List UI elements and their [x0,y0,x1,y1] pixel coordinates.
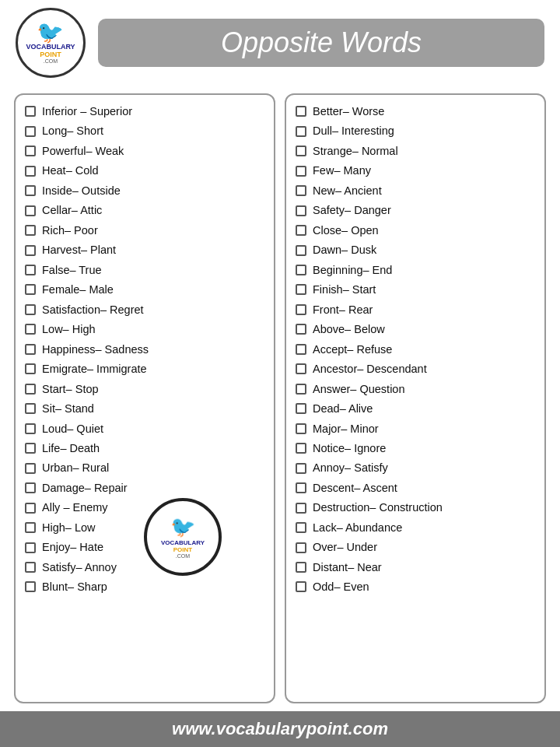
word-pair: Harvest– Plant [42,241,116,258]
checkbox-icon [296,403,306,414]
list-item: Destruction– Construction [296,499,538,516]
checkbox-icon [25,324,36,335]
word-pair: Heat– Cold [42,162,99,179]
word-pair: Start– Stop [42,381,99,398]
checkbox-icon [296,542,306,553]
right-column: Better– WorseDull– InterestingStrange– N… [285,93,546,703]
word-pair: Beginning– End [313,261,392,279]
checkbox-icon [25,126,36,137]
list-item: Heat– Cold [25,162,268,179]
checkbox-icon [296,245,306,256]
word-pair: New– Ancient [313,182,382,199]
checkbox-icon [25,225,36,236]
checkbox-icon [25,463,36,474]
logo: 🐦 VOCABULARY POINT .COM [16,8,86,78]
list-item: Beginning– End [296,261,538,279]
checkbox-icon [296,344,306,355]
list-item: Ancestor– Descendant [296,360,538,377]
checkbox-icon [296,304,306,315]
word-pair: Rich– Poor [42,222,98,239]
list-item: Satisfy– Annoy [25,559,268,576]
word-pair: Ally – Enemy [42,499,108,516]
list-item: Descent– Ascent [296,479,538,496]
word-pair: Dawn– Dusk [313,241,376,258]
checkbox-icon [25,562,36,573]
logo-bird-icon: 🐦 [37,22,64,44]
word-pair: Major– Minor [313,420,379,437]
logo-com-text: .COM [44,58,58,64]
checkbox-icon [296,363,306,374]
footer-url: www.vocabularypoint.com [172,719,388,738]
list-item: Inferior – Superior [25,103,268,120]
word-pair: Emigrate– Immigrate [42,360,147,377]
checkbox-icon [25,482,36,493]
checkbox-icon [25,284,36,295]
list-item: Annoy– Satisfy [296,459,538,476]
checkbox-icon [296,284,306,295]
checkbox-icon [25,245,36,256]
list-item: Distant– Near [296,559,538,576]
word-pair: Annoy– Satisfy [313,459,388,476]
checkbox-icon [296,384,306,395]
list-item: Cellar– Attic [25,202,268,219]
list-item: Major– Minor [296,420,538,437]
checkbox-icon [296,106,306,117]
word-pair: Female– Male [42,281,114,298]
checkbox-icon [296,581,306,592]
checkbox-icon [296,166,306,177]
watermark-com: .COM [176,553,190,559]
list-item: Inside– Outside [25,182,268,199]
checkbox-icon [296,562,306,573]
checkbox-icon [296,324,306,335]
checkbox-icon [25,146,36,156]
word-pair: Satisfaction– Regret [42,301,144,318]
watermark-point: POINT [173,546,192,553]
word-pair: False– True [42,261,102,279]
list-item: Powerful– Weak [25,142,268,160]
main-content: Inferior – SuperiorLong– ShortPowerful– … [0,86,560,711]
checkbox-icon [296,443,306,454]
word-pair: Loud– Quiet [42,420,103,437]
checkbox-icon [296,482,306,493]
footer: www.vocabularypoint.com [0,711,560,747]
checkbox-icon [296,146,306,156]
list-item: Few– Many [296,162,538,179]
word-pair: Ancestor– Descendant [313,360,427,377]
checkbox-icon [25,106,36,117]
checkbox-icon [296,503,306,514]
checkbox-icon [296,205,306,216]
word-pair: Satisfy– Annoy [42,559,117,576]
list-item: Notice– Ignore [296,440,538,457]
watermark-vocab: VOCABULARY [161,539,205,546]
word-pair: Accept– Refuse [313,341,392,358]
list-item: Loud– Quiet [25,420,268,437]
title-box: Opposite Words [98,19,544,67]
checkbox-icon [25,384,36,395]
list-item: Harvest– Plant [25,241,268,258]
word-pair: Notice– Ignore [313,440,386,457]
checkbox-icon [25,265,36,275]
word-pair: Dead– Alive [313,400,373,417]
checkbox-icon [25,423,36,434]
word-pair: Answer– Question [313,381,404,398]
checkbox-icon [25,581,36,592]
list-item: Over– Under [296,538,538,556]
word-pair: Blunt– Sharp [42,578,107,595]
list-item: Strange– Normal [296,142,538,160]
checkbox-icon [25,363,36,374]
checkbox-icon [296,126,306,137]
list-item: Female– Male [25,281,268,298]
checkbox-icon [25,503,36,514]
left-column: Inferior – SuperiorLong– ShortPowerful– … [14,93,275,703]
word-pair: Close– Open [313,222,379,239]
list-item: Sit– Stand [25,400,268,417]
word-pair: Destruction– Construction [313,499,443,516]
checkbox-icon [296,423,306,434]
list-item: Safety– Danger [296,202,538,219]
header: 🐦 VOCABULARY POINT .COM Opposite Words [0,0,560,86]
list-item: Start– Stop [25,381,268,398]
list-item: Finish– Start [296,281,538,298]
word-pair: Distant– Near [313,559,382,576]
list-item: Accept– Refuse [296,341,538,358]
list-item: Close– Open [296,222,538,239]
